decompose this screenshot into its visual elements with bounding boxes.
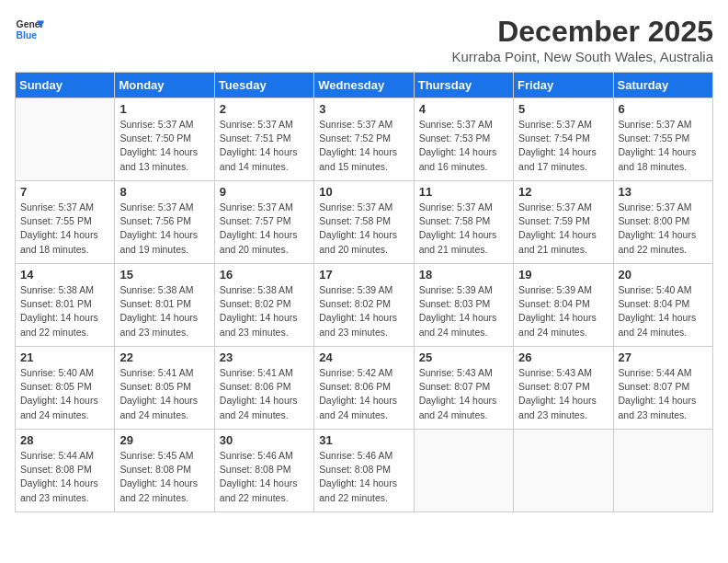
- header: General Blue December 2025 Kurraba Point…: [15, 15, 713, 64]
- calendar-week-row: 21Sunrise: 5:40 AMSunset: 8:05 PMDayligh…: [16, 347, 713, 430]
- day-number: 5: [518, 102, 608, 116]
- day-info: Sunrise: 5:38 AMSunset: 8:02 PMDaylight:…: [220, 283, 309, 339]
- calendar-day-cell: 26Sunrise: 5:43 AMSunset: 8:07 PMDayligh…: [514, 347, 613, 430]
- day-info: Sunrise: 5:37 AMSunset: 7:55 PMDaylight:…: [619, 118, 708, 174]
- day-number: 15: [119, 268, 209, 282]
- calendar-day-cell: [414, 430, 513, 512]
- calendar-day-cell: [16, 98, 115, 181]
- calendar-day-cell: 28Sunrise: 5:44 AMSunset: 8:08 PMDayligh…: [16, 430, 115, 512]
- calendar-day-cell: 17Sunrise: 5:39 AMSunset: 8:02 PMDayligh…: [314, 264, 414, 347]
- day-number: 21: [20, 350, 109, 364]
- day-number: 7: [20, 185, 109, 199]
- month-year-title: December 2025: [451, 15, 713, 49]
- calendar-day-cell: 25Sunrise: 5:43 AMSunset: 8:07 PMDayligh…: [414, 347, 513, 430]
- day-info: Sunrise: 5:37 AMSunset: 7:54 PMDaylight:…: [518, 118, 608, 174]
- calendar-day-cell: 27Sunrise: 5:44 AMSunset: 8:07 PMDayligh…: [613, 347, 712, 430]
- day-info: Sunrise: 5:37 AMSunset: 7:51 PMDaylight:…: [220, 118, 309, 174]
- logo-icon: General Blue: [15, 15, 44, 44]
- calendar-day-cell: 14Sunrise: 5:38 AMSunset: 8:01 PMDayligh…: [16, 264, 115, 347]
- day-number: 23: [220, 350, 309, 364]
- day-of-week-header: Sunday: [16, 73, 115, 98]
- day-info: Sunrise: 5:37 AMSunset: 8:00 PMDaylight:…: [619, 201, 708, 257]
- calendar-day-cell: 23Sunrise: 5:41 AMSunset: 8:06 PMDayligh…: [214, 347, 313, 430]
- day-info: Sunrise: 5:44 AMSunset: 8:08 PMDaylight:…: [20, 449, 109, 505]
- calendar-day-cell: [613, 430, 712, 512]
- calendar-week-row: 1Sunrise: 5:37 AMSunset: 7:50 PMDaylight…: [16, 98, 713, 181]
- day-info: Sunrise: 5:37 AMSunset: 7:56 PMDaylight:…: [119, 201, 209, 257]
- day-info: Sunrise: 5:37 AMSunset: 7:58 PMDaylight:…: [319, 201, 408, 257]
- day-number: 30: [220, 433, 309, 447]
- day-info: Sunrise: 5:37 AMSunset: 7:52 PMDaylight:…: [319, 118, 408, 174]
- day-info: Sunrise: 5:43 AMSunset: 8:07 PMDaylight:…: [518, 366, 608, 422]
- calendar-day-cell: 4Sunrise: 5:37 AMSunset: 7:53 PMDaylight…: [414, 98, 513, 181]
- day-info: Sunrise: 5:40 AMSunset: 8:04 PMDaylight:…: [619, 283, 708, 339]
- day-info: Sunrise: 5:46 AMSunset: 8:08 PMDaylight:…: [319, 449, 408, 505]
- calendar-day-cell: 8Sunrise: 5:37 AMSunset: 7:56 PMDaylight…: [115, 181, 214, 264]
- day-info: Sunrise: 5:40 AMSunset: 8:05 PMDaylight:…: [20, 366, 109, 422]
- day-number: 28: [20, 433, 109, 447]
- day-info: Sunrise: 5:44 AMSunset: 8:07 PMDaylight:…: [619, 366, 708, 422]
- calendar-week-row: 28Sunrise: 5:44 AMSunset: 8:08 PMDayligh…: [16, 430, 713, 512]
- calendar-week-row: 7Sunrise: 5:37 AMSunset: 7:55 PMDaylight…: [16, 181, 713, 264]
- day-info: Sunrise: 5:45 AMSunset: 8:08 PMDaylight:…: [119, 449, 209, 505]
- day-info: Sunrise: 5:38 AMSunset: 8:01 PMDaylight:…: [119, 283, 209, 339]
- calendar-day-cell: 21Sunrise: 5:40 AMSunset: 8:05 PMDayligh…: [16, 347, 115, 430]
- calendar-week-row: 14Sunrise: 5:38 AMSunset: 8:01 PMDayligh…: [16, 264, 713, 347]
- calendar-day-cell: 29Sunrise: 5:45 AMSunset: 8:08 PMDayligh…: [115, 430, 214, 512]
- calendar-day-cell: 3Sunrise: 5:37 AMSunset: 7:52 PMDaylight…: [314, 98, 414, 181]
- title-area: December 2025 Kurraba Point, New South W…: [451, 15, 713, 64]
- calendar-day-cell: 18Sunrise: 5:39 AMSunset: 8:03 PMDayligh…: [414, 264, 513, 347]
- calendar-day-cell: 22Sunrise: 5:41 AMSunset: 8:05 PMDayligh…: [115, 347, 214, 430]
- day-number: 25: [419, 350, 508, 364]
- day-info: Sunrise: 5:42 AMSunset: 8:06 PMDaylight:…: [319, 366, 408, 422]
- day-info: Sunrise: 5:39 AMSunset: 8:04 PMDaylight:…: [518, 283, 608, 339]
- day-info: Sunrise: 5:37 AMSunset: 7:50 PMDaylight:…: [119, 118, 209, 174]
- calendar-day-cell: 30Sunrise: 5:46 AMSunset: 8:08 PMDayligh…: [214, 430, 313, 512]
- day-number: 19: [518, 268, 608, 282]
- day-of-week-header: Friday: [514, 73, 613, 98]
- day-info: Sunrise: 5:37 AMSunset: 7:59 PMDaylight:…: [518, 201, 608, 257]
- calendar-day-cell: [514, 430, 613, 512]
- day-of-week-header: Monday: [115, 73, 214, 98]
- day-info: Sunrise: 5:37 AMSunset: 7:55 PMDaylight:…: [20, 201, 109, 257]
- day-number: 11: [419, 185, 508, 199]
- logo: General Blue: [15, 15, 44, 44]
- calendar-day-cell: 16Sunrise: 5:38 AMSunset: 8:02 PMDayligh…: [214, 264, 313, 347]
- day-number: 18: [419, 268, 508, 282]
- day-info: Sunrise: 5:37 AMSunset: 7:58 PMDaylight:…: [419, 201, 508, 257]
- calendar-day-cell: 7Sunrise: 5:37 AMSunset: 7:55 PMDaylight…: [16, 181, 115, 264]
- day-number: 2: [220, 102, 309, 116]
- svg-text:Blue: Blue: [17, 30, 38, 40]
- day-info: Sunrise: 5:39 AMSunset: 8:03 PMDaylight:…: [419, 283, 508, 339]
- day-of-week-header: Thursday: [414, 73, 513, 98]
- day-number: 24: [319, 350, 408, 364]
- calendar-day-cell: 12Sunrise: 5:37 AMSunset: 7:59 PMDayligh…: [514, 181, 613, 264]
- calendar-day-cell: 10Sunrise: 5:37 AMSunset: 7:58 PMDayligh…: [314, 181, 414, 264]
- calendar-day-cell: 20Sunrise: 5:40 AMSunset: 8:04 PMDayligh…: [613, 264, 712, 347]
- calendar-day-cell: 13Sunrise: 5:37 AMSunset: 8:00 PMDayligh…: [613, 181, 712, 264]
- day-number: 13: [619, 185, 708, 199]
- day-info: Sunrise: 5:46 AMSunset: 8:08 PMDaylight:…: [220, 449, 309, 505]
- calendar-header-row: SundayMondayTuesdayWednesdayThursdayFrid…: [16, 73, 713, 98]
- day-info: Sunrise: 5:39 AMSunset: 8:02 PMDaylight:…: [319, 283, 408, 339]
- calendar-day-cell: 6Sunrise: 5:37 AMSunset: 7:55 PMDaylight…: [613, 98, 712, 181]
- day-number: 16: [220, 268, 309, 282]
- day-number: 10: [319, 185, 408, 199]
- calendar-day-cell: 2Sunrise: 5:37 AMSunset: 7:51 PMDaylight…: [214, 98, 313, 181]
- day-number: 20: [619, 268, 708, 282]
- day-number: 29: [119, 433, 209, 447]
- day-of-week-header: Tuesday: [214, 73, 313, 98]
- day-info: Sunrise: 5:41 AMSunset: 8:06 PMDaylight:…: [220, 366, 309, 422]
- day-number: 14: [20, 268, 109, 282]
- day-number: 9: [220, 185, 309, 199]
- day-number: 31: [319, 433, 408, 447]
- day-of-week-header: Saturday: [613, 73, 712, 98]
- calendar-day-cell: 31Sunrise: 5:46 AMSunset: 8:08 PMDayligh…: [314, 430, 414, 512]
- calendar-table: SundayMondayTuesdayWednesdayThursdayFrid…: [15, 72, 713, 512]
- day-number: 27: [619, 350, 708, 364]
- calendar-day-cell: 11Sunrise: 5:37 AMSunset: 7:58 PMDayligh…: [414, 181, 513, 264]
- day-number: 1: [119, 102, 209, 116]
- day-info: Sunrise: 5:37 AMSunset: 7:57 PMDaylight:…: [220, 201, 309, 257]
- day-number: 6: [619, 102, 708, 116]
- location-subtitle: Kurraba Point, New South Wales, Australi…: [451, 49, 713, 64]
